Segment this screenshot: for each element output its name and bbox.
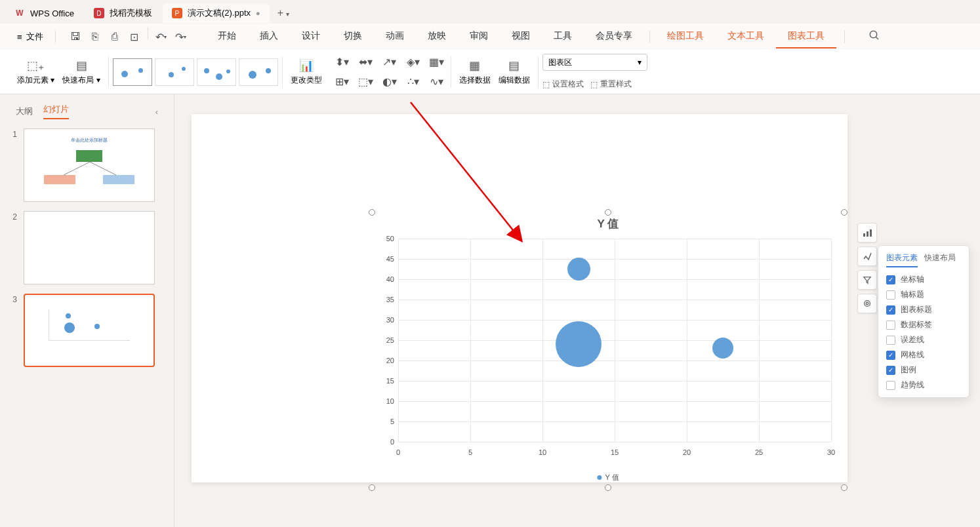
select-data-button[interactable]: ▦ 选择数据 [455, 55, 495, 88]
chart-filter-button[interactable] [857, 270, 877, 290]
menu-view[interactable]: 视图 [500, 25, 542, 49]
y-axis-tick: 25 [380, 336, 394, 344]
outline-tab[interactable]: 大纲 [16, 106, 33, 117]
data-labels-icon[interactable]: ◈▾ [403, 54, 423, 70]
menu-start[interactable]: 开始 [206, 25, 248, 49]
chart-bubble[interactable] [567, 258, 590, 281]
add-element-button[interactable]: ⬚₊ 添加元素 ▾ [13, 55, 58, 88]
print-icon[interactable]: ⎙ [106, 28, 124, 46]
checkbox-icon [886, 336, 895, 345]
edit-data-button[interactable]: ▤ 编辑数据 [495, 55, 534, 88]
redo-icon[interactable]: ↷▾ [172, 28, 190, 46]
error-bars-icon[interactable]: ⊞▾ [333, 74, 352, 90]
chart-element-checkbox[interactable]: 图例 [886, 364, 961, 376]
chart-preset-2[interactable] [155, 58, 194, 86]
slide-thumb-1[interactable]: 单击此处添加标题 [24, 128, 155, 202]
chart-styles-button[interactable] [857, 246, 877, 266]
chart-elements-popup: 图表元素 快速布局 坐标轴轴标题图表标题数据标签误差线网格线图例趋势线 [878, 245, 970, 398]
title-bar: W WPS Office D 找稻壳模板 P 演示文稿(2).pptx ● + … [0, 0, 980, 24]
lines-icon[interactable]: ∴▾ [403, 74, 423, 90]
resize-handle[interactable] [841, 209, 847, 216]
checkbox-icon [886, 351, 895, 360]
chart-preset-4[interactable] [239, 58, 278, 86]
save-icon[interactable]: 🖫 [66, 28, 85, 46]
menu-review[interactable]: 审阅 [458, 25, 500, 49]
quick-layout-button[interactable]: ▤ 快速布局 ▾ [58, 55, 104, 88]
set-format-button[interactable]: ⬚ 设置格式 [542, 79, 584, 90]
legend-icon[interactable]: ◐▾ [380, 74, 399, 90]
resize-handle[interactable] [369, 484, 375, 491]
menu-animation[interactable]: 动画 [374, 25, 416, 49]
add-tab-button[interactable]: + ▾ [271, 3, 296, 23]
checkbox-icon [886, 381, 895, 390]
svg-point-8 [866, 302, 868, 305]
chart-element-checkbox[interactable]: 网格线 [886, 349, 961, 361]
legend-label: Y 值 [605, 473, 619, 482]
chart-element-checkbox[interactable]: 图表标题 [886, 304, 961, 315]
search-icon[interactable] [868, 29, 880, 44]
chart-element-checkbox[interactable]: 数据标签 [886, 319, 961, 330]
change-type-label: 更改类型 [291, 75, 322, 86]
menu-slideshow[interactable]: 放映 [416, 25, 458, 49]
menu-design[interactable]: 设计 [290, 25, 332, 49]
slide-canvas[interactable]: Y 值 05101520253035404550 051015202530 Y … [192, 114, 847, 482]
resize-handle[interactable] [605, 209, 611, 216]
menu-transition[interactable]: 切换 [332, 25, 374, 49]
chart-elements-button[interactable] [857, 223, 877, 243]
chart-element-checkbox[interactable]: 趋势线 [886, 380, 961, 391]
collapse-panel-icon[interactable]: ‹ [155, 107, 158, 117]
chart-preset-3[interactable] [197, 58, 236, 86]
change-type-button[interactable]: 📊 更改类型 [287, 55, 326, 88]
checkbox-label: 图例 [901, 364, 916, 376]
data-table-icon[interactable]: ▦▾ [427, 54, 447, 70]
menu-chart-tools[interactable]: 图表工具 [776, 25, 836, 49]
svg-line-3 [90, 162, 116, 175]
checkbox-label: 趋势线 [901, 380, 924, 391]
menu-text-tools[interactable]: 文本工具 [716, 25, 776, 49]
resize-handle[interactable] [369, 209, 375, 216]
svg-rect-5 [867, 231, 868, 237]
resize-handle[interactable] [841, 484, 847, 491]
chart-element-checkbox[interactable]: 误差线 [886, 334, 961, 345]
resize-handle[interactable] [605, 484, 611, 491]
y-axis-tick: 35 [380, 296, 394, 303]
chart-object[interactable]: Y 值 05101520253035404550 051015202530 Y … [372, 212, 844, 488]
export-icon[interactable]: ⎘ [86, 28, 104, 46]
add-element-icon: ⬚₊ [28, 58, 44, 73]
menu-tools[interactable]: 工具 [542, 25, 584, 49]
main-area: 大纲 幻灯片 ‹ 1 单击此处添加标题 2 3 [0, 94, 980, 527]
wps-office-tab[interactable]: W WPS Office [5, 4, 83, 22]
chart-element-checkbox[interactable]: 坐标轴 [886, 274, 961, 285]
undo-icon[interactable]: ↶▾ [152, 28, 171, 46]
template-tab[interactable]: D 找稻壳模板 [85, 3, 161, 23]
axis-icon[interactable]: ⬍▾ [333, 54, 352, 70]
chart-bubble[interactable] [556, 321, 602, 367]
slide-thumb-3[interactable] [24, 294, 155, 367]
popup-tab-elements[interactable]: 图表元素 [886, 252, 918, 267]
chart-title-icon[interactable]: ↗▾ [380, 54, 399, 70]
reset-style-button[interactable]: ⬚ 重置样式 [590, 79, 632, 90]
x-axis-tick: 25 [755, 448, 763, 456]
svg-rect-6 [870, 229, 872, 237]
canvas-area: Y 值 05101520253035404550 051015202530 Y … [174, 94, 980, 527]
chart-element-select[interactable]: 图表区 ▾ [542, 54, 647, 71]
chart-preset-1[interactable] [113, 58, 152, 86]
popup-tab-layout[interactable]: 快速布局 [924, 252, 956, 267]
chart-element-checkbox[interactable]: 轴标题 [886, 289, 961, 300]
print-preview-icon[interactable]: ⊡ [125, 28, 144, 46]
chevron-down-icon: ▾ [638, 58, 642, 67]
document-tab[interactable]: P 演示文稿(2).pptx ● [163, 3, 270, 23]
trendline-icon[interactable]: ∿▾ [427, 74, 447, 90]
chart-legend[interactable]: Y 值 [597, 473, 619, 482]
chart-settings-button[interactable] [857, 294, 877, 313]
axis-title-icon[interactable]: ⬌▾ [356, 54, 376, 70]
file-menu[interactable]: ≡ 文件 [10, 28, 50, 45]
menu-member[interactable]: 会员专享 [584, 25, 644, 49]
chart-plot-area[interactable]: 05101520253035404550 051015202530 [398, 239, 831, 442]
menu-insert[interactable]: 插入 [248, 25, 290, 49]
slide-thumb-2[interactable] [24, 211, 155, 284]
menu-drawing-tools[interactable]: 绘图工具 [655, 25, 716, 49]
y-axis-tick: 40 [380, 275, 394, 283]
slides-tab[interactable]: 幻灯片 [43, 104, 69, 119]
gridlines-icon[interactable]: ⬚▾ [356, 74, 376, 90]
